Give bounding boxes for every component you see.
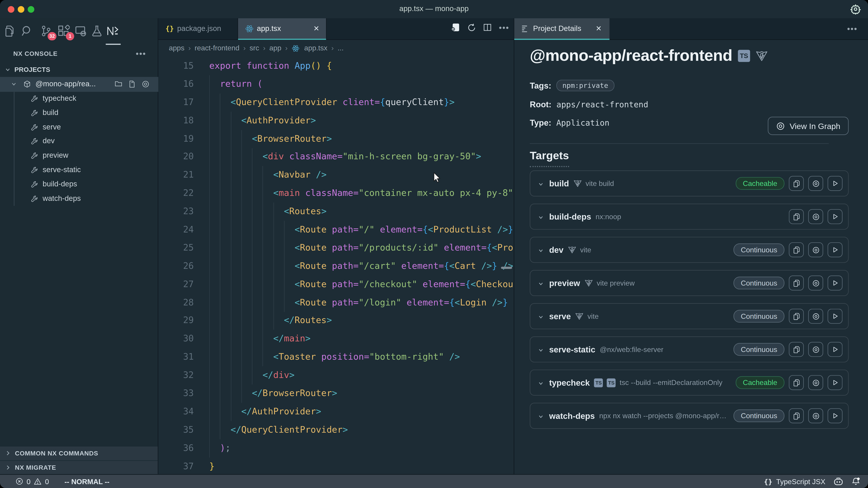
section-common-nx-commands[interactable]: COMMON NX COMMANDS [0, 446, 158, 460]
view-in-graph-button[interactable] [808, 375, 823, 390]
source-control-icon[interactable]: 32 [40, 25, 53, 38]
run-target-button[interactable] [828, 309, 842, 324]
panel-more-icon[interactable]: ••• [847, 24, 858, 33]
sidebar-target-build[interactable]: build [0, 106, 158, 121]
sidebar-target-serve-static[interactable]: serve-static [0, 163, 158, 177]
copy-button[interactable] [789, 209, 804, 224]
reveal-folder-icon[interactable] [115, 80, 122, 88]
target-actions: Continuous [734, 408, 842, 423]
search-icon[interactable] [21, 25, 34, 38]
run-target-button[interactable] [828, 375, 842, 390]
sidebar-section-projects[interactable]: PROJECTS [0, 64, 158, 77]
target-command: vite [580, 246, 591, 254]
badge-continuous: Continuous [734, 310, 784, 322]
extensions-icon[interactable]: 1 [58, 25, 71, 38]
code-text: <Navbar /> [209, 166, 327, 185]
copy-button[interactable] [789, 242, 804, 257]
remote-explorer-icon[interactable] [75, 25, 88, 38]
run-target-button[interactable] [828, 275, 842, 291]
code-area[interactable]: 15export function App() {16 return (17 <… [158, 55, 514, 474]
sidebar-target-dev[interactable]: dev [0, 135, 158, 149]
open-project-details-icon[interactable] [451, 23, 460, 32]
test-beaker-icon[interactable] [91, 25, 104, 38]
panel-more-icon[interactable]: ••• [136, 49, 146, 58]
breadcrumb-item[interactable]: ... [338, 43, 344, 52]
view-in-graph-button[interactable] [808, 408, 823, 423]
tab-package-json[interactable]: {} package.json [158, 18, 238, 40]
target-card-preview[interactable]: previewvite previewContinuous [530, 270, 849, 296]
run-target-button[interactable] [828, 209, 842, 224]
editor-more-icon[interactable]: ••• [499, 23, 509, 32]
project-name: @mono-app/rea... [35, 80, 96, 88]
target-card-serve[interactable]: serveviteContinuous [530, 303, 849, 329]
close-panel-icon[interactable]: ✕ [596, 24, 602, 33]
chevron-down-icon[interactable] [538, 347, 544, 353]
project-targets-list: typecheckbuildservedevpreviewserve-stati… [0, 92, 158, 206]
nx-console-icon[interactable] [106, 25, 120, 38]
target-card-build[interactable]: buildvite buildCacheable [530, 170, 849, 196]
explorer-icon[interactable] [3, 25, 17, 38]
target-card-serve-static[interactable]: serve-static@nx/web:file-serverContinuou… [530, 336, 849, 362]
view-in-graph-button[interactable]: View In Graph [768, 117, 849, 135]
view-in-graph-button[interactable] [808, 275, 823, 291]
copy-button[interactable] [789, 176, 804, 191]
view-in-graph-button[interactable] [808, 342, 823, 357]
sidebar-target-serve[interactable]: serve [0, 121, 158, 135]
chevron-down-icon[interactable] [538, 381, 544, 386]
target-card-dev[interactable]: devviteContinuous [530, 237, 849, 263]
notifications-bell-icon[interactable] [851, 477, 860, 486]
copy-button[interactable] [789, 342, 804, 357]
sidebar-target-typecheck[interactable]: typecheck [0, 92, 158, 106]
chevron-down-icon[interactable] [538, 248, 544, 253]
chevron-down-icon[interactable] [538, 181, 544, 187]
view-in-graph-button[interactable] [808, 209, 823, 224]
badge-continuous: Continuous [734, 276, 784, 289]
scrollbar-handle[interactable] [501, 267, 512, 269]
view-in-graph-button[interactable] [808, 309, 823, 324]
target-card-watch-deps[interactable]: watch-depsnpx nx watch --projects @mono-… [530, 403, 849, 429]
close-tab-icon[interactable]: ✕ [313, 24, 319, 33]
chevron-right-icon [5, 450, 10, 456]
section-nx-migrate[interactable]: NX MIGRATE [0, 460, 158, 474]
breadcrumb-item[interactable]: react-frontend [195, 43, 239, 52]
refresh-icon[interactable] [467, 23, 476, 32]
target-card-build-deps[interactable]: build-depsnx:noop [530, 203, 849, 230]
view-in-graph-button[interactable] [808, 242, 823, 257]
copilot-icon[interactable] [834, 477, 843, 486]
tab-app-tsx[interactable]: app.tsx ✕ [238, 18, 327, 40]
code-line: 29 </Routes> [158, 312, 514, 330]
breadcrumb-item[interactable]: src [250, 43, 259, 52]
copy-button[interactable] [789, 309, 804, 324]
run-target-button[interactable] [828, 408, 842, 423]
sidebar-target-watch-deps[interactable]: watch-deps [0, 192, 158, 206]
target-actions: Continuous [734, 275, 842, 291]
badge-continuous: Continuous [734, 243, 784, 256]
sidebar-project-row[interactable]: @mono-app/rea... [0, 77, 158, 92]
tab-project-details[interactable]: Project Details ✕ [514, 18, 610, 40]
problems-status[interactable]: 0 0 [0, 477, 49, 486]
list-icon [522, 25, 529, 32]
sidebar-target-build-deps[interactable]: build-deps [0, 177, 158, 192]
target-card-typecheck[interactable]: typecheckTSTStsc --build --emitDeclarati… [530, 369, 849, 396]
copy-button[interactable] [789, 375, 804, 390]
run-target-button[interactable] [828, 342, 842, 357]
run-target-button[interactable] [828, 176, 842, 191]
open-config-file-icon[interactable] [128, 80, 135, 88]
breadcrumb-item[interactable]: apps [169, 43, 184, 52]
run-target-button[interactable] [828, 242, 842, 257]
breadcrumb-item[interactable]: app [269, 43, 281, 52]
chevron-down-icon[interactable] [538, 281, 544, 286]
settings-gear-icon[interactable] [850, 4, 861, 14]
code-text: </AuthProvider> [209, 403, 321, 421]
split-editor-icon[interactable] [484, 23, 492, 32]
chevron-down-icon[interactable] [538, 314, 544, 320]
sidebar-target-preview[interactable]: preview [0, 149, 158, 163]
chevron-down-icon[interactable] [538, 215, 544, 220]
view-in-graph-icon[interactable] [142, 80, 149, 88]
view-in-graph-button[interactable] [808, 176, 823, 191]
breadcrumb-item[interactable]: app.tsx [304, 43, 328, 52]
copy-button[interactable] [789, 408, 804, 423]
chevron-down-icon[interactable] [538, 414, 544, 419]
copy-button[interactable] [789, 275, 804, 291]
language-selector[interactable]: {} TypeScript JSX [764, 477, 826, 486]
